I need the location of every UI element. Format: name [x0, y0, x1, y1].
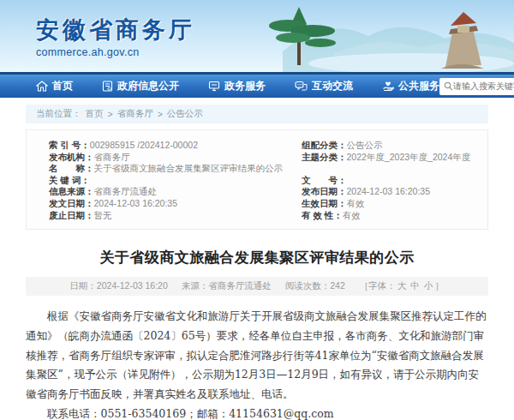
nav-item-label: 政府信息公开 [117, 79, 179, 93]
article-body: 根据《安徽省商务厅安徽省文化和旅游厅关于开展省级商文旅融合发展集聚区推荐认定工作… [26, 307, 488, 405]
site-banner: 安徽省商务厅 commerce.ah.gov.cn [0, 0, 514, 72]
meta-row-category: 组配分类：公告公示 [302, 140, 479, 152]
main-navbar: 首页 政府信息公开 政务服务 互动交流 公共服务 搜索 [0, 72, 514, 98]
nav-item-gov-services[interactable]: 政务服务 [208, 79, 266, 93]
interaction-icon [295, 81, 308, 92]
meta-row-issue-date: 发文日期：2024-12-03 16:20:35 [49, 198, 302, 210]
meta-row-effective-date: 生效日期：有效 [302, 198, 479, 210]
site-logo[interactable]: 安徽省商务厅 commerce.ah.gov.cn [36, 15, 195, 58]
breadcrumb-prefix: 当前位置： [36, 108, 81, 120]
meta-row-keywords: 关 键 词： [49, 175, 302, 187]
nav-item-home[interactable]: 首页 [36, 79, 73, 93]
banner-scenery-image [231, 0, 514, 72]
breadcrumb-dept[interactable]: 省商务厅 [117, 108, 153, 120]
site-name: 安徽省商务厅 [36, 15, 195, 45]
meta-row-index-number: 索 引 号：002985915 /202412-00002 [49, 140, 302, 152]
page-title: 关于省级商文旅融合发展集聚区评审结果的公示 [0, 248, 514, 267]
font-size-switcher: ［字体：大 中 小］ [359, 280, 445, 292]
meta-row-repeal-date: 废止日期：暂无 [49, 210, 302, 222]
document-metadata-panel: 索 引 号：002985915 /202412-00002 发布机构：省商务厅 … [26, 129, 488, 230]
search-input[interactable] [453, 81, 514, 91]
nav-item-label: 公共服务 [398, 79, 439, 93]
meta-row-spacer [302, 163, 479, 175]
meta-row-info-source: 信息来源：省商务厅流通处 [49, 186, 302, 198]
nav-item-public-service[interactable]: 公共服务 [382, 79, 439, 93]
public-service-icon [382, 81, 394, 92]
nav-item-label: 政务服务 [224, 79, 266, 93]
nav-item-label: 互动交流 [312, 79, 353, 93]
meta-row-doc-name: 名 称：关于省级商文旅融合发展集聚区评审结果的公示 [49, 163, 302, 175]
home-icon [36, 81, 48, 92]
font-size-medium-button[interactable]: 中 [410, 280, 420, 291]
nav-item-info-disclosure[interactable]: 政府信息公开 [102, 79, 179, 93]
search-box [439, 78, 514, 95]
article-source: 来源：省商务厅流通处 [182, 280, 272, 292]
gov-services-icon [208, 81, 220, 92]
meta-row-topic-category: 主题分类：2022年度_2023年度_2024年度 [302, 152, 479, 164]
meta-row-publish-date: 发布日期：2024-12-03 16:20:35 [302, 186, 479, 198]
info-disclosure-icon [102, 81, 113, 92]
meta-row-publisher: 发布机构：省商务厅 [49, 152, 302, 164]
meta-row-doc-number: 文 号： [302, 175, 479, 187]
breadcrumb-separator: > [158, 109, 163, 119]
article-date: 日期：2024-12-03 16:20 [69, 280, 167, 292]
nav-item-interaction[interactable]: 互动交流 [295, 79, 353, 93]
breadcrumb-separator: > [108, 109, 113, 119]
article-paragraph: 根据《安徽省商务厅安徽省文化和旅游厅关于开展省级商文旅融合发展集聚区推荐认定工作… [26, 307, 488, 405]
nav-item-label: 首页 [52, 79, 73, 93]
font-size-small-button[interactable]: 小 [424, 280, 433, 291]
breadcrumb-home[interactable]: 首页 [86, 108, 104, 120]
meta-row-validity: 有 效 性：有效 [302, 210, 479, 222]
breadcrumb-current[interactable]: 公告公示 [167, 108, 203, 120]
article-meta-bar: 日期：2024-12-03 16:20 来源：省商务厅流通处 阅读次数：242 … [26, 277, 488, 296]
font-size-large-button[interactable]: 大 [397, 280, 407, 291]
search-icon [444, 81, 453, 91]
site-url: commerce.ah.gov.cn [36, 46, 195, 58]
article-views: 阅读次数：242 [285, 280, 345, 292]
breadcrumb: 当前位置： 首页 > 省商务厅 > 公告公示 [26, 105, 488, 123]
contact-info: 联系电话：0551-63540169；邮箱：41154631@qq.com [26, 405, 488, 420]
